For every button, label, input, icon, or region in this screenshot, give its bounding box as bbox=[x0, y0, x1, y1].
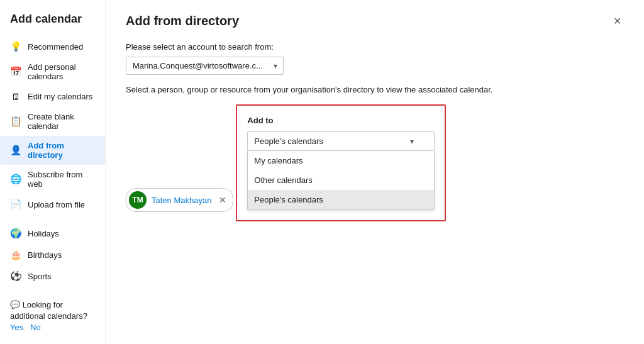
sidebar-title: Add calendar bbox=[0, 8, 105, 36]
sidebar-item-holidays[interactable]: 🌍 Holidays bbox=[0, 223, 105, 244]
sidebar-item-recommended[interactable]: 💡 Recommended bbox=[0, 36, 105, 57]
sidebar-item-label: Upload from file bbox=[28, 200, 85, 209]
dropdown-option-my-calendars[interactable]: My calendars bbox=[248, 151, 434, 170]
account-select[interactable]: Marina.Conquest@virtosoftware.c... bbox=[126, 57, 284, 75]
avatar-initials: TM bbox=[132, 196, 143, 204]
subscribe-icon: 🌐 bbox=[10, 174, 21, 185]
recommended-icon: 💡 bbox=[10, 41, 21, 52]
dropdown-selected-value: People's calendars bbox=[254, 136, 323, 146]
dropdown-wrapper: People's calendars ▾ My calendars Other … bbox=[247, 131, 435, 210]
sidebar-item-label: Holidays bbox=[28, 229, 59, 238]
dropdown-option-peoples-calendars[interactable]: People's calendars bbox=[248, 190, 434, 209]
main-content: Add from directory ✕ Please select an ac… bbox=[106, 0, 644, 344]
upload-icon: 📄 bbox=[10, 199, 21, 210]
option-label: My calendars bbox=[254, 156, 303, 165]
sidebar-item-label: Sports bbox=[28, 272, 52, 281]
sidebar-item-label: Subscribe from web bbox=[28, 170, 95, 189]
option-label: People's calendars bbox=[254, 195, 323, 204]
person-chip: TM Taten Makhayan ✕ bbox=[126, 188, 233, 212]
sports-icon: ⚽ bbox=[10, 270, 21, 282]
edit-my-icon: 🗓 bbox=[10, 91, 21, 102]
sidebar-item-label: Create blank calendar bbox=[28, 112, 95, 131]
yes-link[interactable]: Yes bbox=[10, 323, 23, 332]
sidebar-item-label: Edit my calendars bbox=[28, 92, 92, 101]
footer-icon: 💬 bbox=[10, 300, 23, 309]
sidebar: Add calendar 💡 Recommended 📅 Add persona… bbox=[0, 0, 106, 344]
sidebar-item-edit-my[interactable]: 🗓 Edit my calendars bbox=[0, 86, 105, 107]
remove-person-button[interactable]: ✕ bbox=[216, 196, 226, 204]
dropdown-option-other-calendars[interactable]: Other calendars bbox=[248, 170, 434, 190]
sidebar-item-label: Add from directory bbox=[28, 141, 95, 160]
option-label: Other calendars bbox=[254, 175, 313, 185]
sidebar-footer: 💬 Looking for additional calendars? Yes … bbox=[0, 294, 105, 339]
sidebar-item-add-from-directory[interactable]: 👤 Add from directory bbox=[0, 136, 105, 165]
sidebar-item-upload-from-file[interactable]: 📄 Upload from file bbox=[0, 194, 105, 215]
chevron-down-icon: ▾ bbox=[410, 137, 414, 146]
add-directory-icon: 👤 bbox=[10, 145, 21, 156]
close-button[interactable]: ✕ bbox=[611, 13, 624, 30]
sidebar-item-label: Add personal calendars bbox=[28, 62, 95, 81]
sidebar-item-sports[interactable]: ⚽ Sports bbox=[0, 265, 105, 287]
no-link[interactable]: No bbox=[30, 323, 41, 332]
account-select-wrapper: Marina.Conquest@virtosoftware.c... ▾ bbox=[126, 57, 284, 75]
avatar: TM bbox=[129, 191, 147, 209]
sidebar-item-subscribe-from-web[interactable]: 🌐 Subscribe from web bbox=[0, 165, 105, 194]
account-label: Please select an account to search from: bbox=[126, 42, 624, 52]
main-header: Add from directory ✕ bbox=[126, 13, 624, 30]
create-blank-icon: 📋 bbox=[10, 116, 21, 127]
sidebar-item-label: Birthdays bbox=[28, 250, 62, 260]
page-title: Add from directory bbox=[126, 14, 239, 28]
dropdown-list: My calendars Other calendars People's ca… bbox=[247, 151, 435, 210]
dropdown-selected[interactable]: People's calendars ▾ bbox=[247, 131, 435, 151]
add-to-box: Add to People's calendars ▾ My calendars… bbox=[236, 104, 446, 221]
person-name: Taten Makhayan bbox=[152, 196, 211, 205]
holidays-icon: 🌍 bbox=[10, 228, 21, 239]
org-description: Select a person, group or resource from … bbox=[126, 85, 503, 94]
add-to-label: Add to bbox=[247, 116, 435, 125]
sidebar-item-label: Recommended bbox=[28, 42, 83, 52]
sidebar-item-birthdays[interactable]: 🎂 Birthdays bbox=[0, 244, 105, 265]
birthdays-icon: 🎂 bbox=[10, 249, 21, 260]
add-personal-icon: 📅 bbox=[10, 66, 21, 77]
sidebar-item-add-personal[interactable]: 📅 Add personal calendars bbox=[0, 57, 105, 86]
sidebar-item-create-blank[interactable]: 📋 Create blank calendar bbox=[0, 107, 105, 136]
